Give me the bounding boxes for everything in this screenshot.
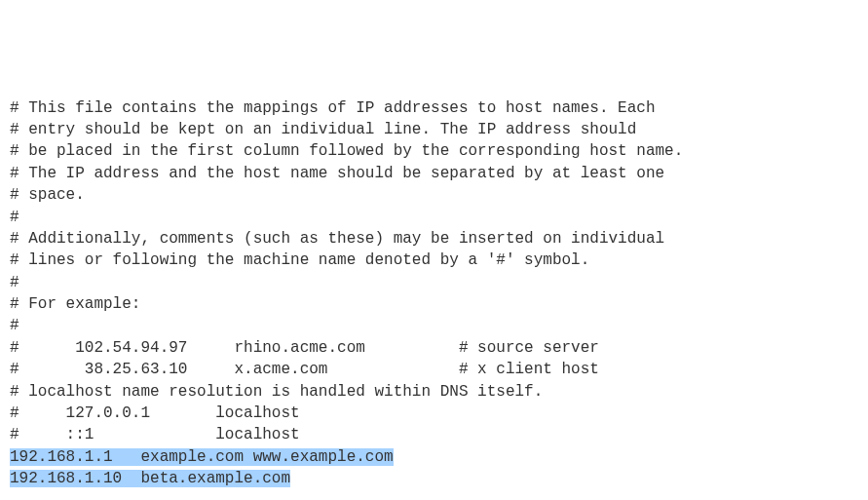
host-entry-line: 192.168.1.10 beta.example.com bbox=[10, 468, 858, 489]
host-entry-line: 192.168.1.1 example.com www.example.com bbox=[10, 446, 858, 468]
example-entry-line: # 38.25.63.10 x.acme.com # x client host bbox=[10, 359, 858, 380]
comment-line: # bbox=[10, 315, 858, 336]
comment-line: # bbox=[10, 272, 858, 293]
comment-line: # This file contains the mappings of IP … bbox=[10, 97, 858, 119]
comment-line: # lines or following the machine name de… bbox=[10, 250, 858, 271]
localhost-entry-line: # 127.0.0.1 localhost bbox=[10, 403, 858, 424]
hosts-file-content: # This file contains the mappings of IP … bbox=[10, 97, 858, 490]
comment-line: # entry should be kept on an individual … bbox=[10, 119, 858, 140]
comment-line: # For example: bbox=[10, 293, 858, 315]
comment-line: # space. bbox=[10, 184, 858, 206]
example-entry-line: # 102.54.94.97 rhino.acme.com # source s… bbox=[10, 337, 858, 359]
comment-line: # localhost name resolution is handled w… bbox=[10, 381, 858, 403]
comment-line: # bbox=[10, 207, 858, 228]
comment-line: # Additionally, comments (such as these)… bbox=[10, 228, 858, 250]
highlighted-text: 192.168.1.10 beta.example.com bbox=[10, 470, 290, 487]
highlighted-text: 192.168.1.1 example.com www.example.com bbox=[10, 448, 394, 466]
localhost-entry-line: # ::1 localhost bbox=[10, 424, 858, 445]
comment-line: # be placed in the first column followed… bbox=[10, 140, 858, 162]
comment-line: # The IP address and the host name shoul… bbox=[10, 163, 858, 184]
